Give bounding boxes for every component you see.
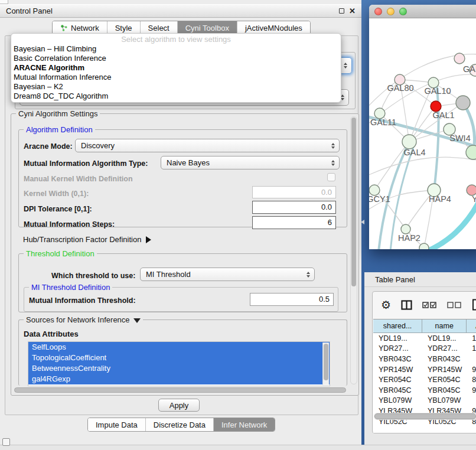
table-row[interactable]: YBR045CYBR045C9. (373, 385, 476, 396)
network-node[interactable] (454, 53, 465, 64)
gear-icon[interactable]: ⚙ (381, 298, 391, 312)
table-cell[interactable]: YDR27... (422, 344, 467, 354)
manual-kernel-width-checkbox[interactable] (327, 173, 335, 181)
tab-jactivemnodules[interactable]: jActiveMNodules (237, 21, 310, 34)
panel-splitter-collapse-icon[interactable] (361, 220, 364, 224)
attribute-item-selected[interactable]: gal4RGexp (28, 374, 330, 384)
dropdown-item[interactable]: Mutual Information Inference (11, 73, 341, 82)
network-node-label: SWI4 (449, 133, 470, 143)
expanded-down-triangle-icon[interactable] (133, 318, 141, 323)
tab-network[interactable]: Network (53, 21, 107, 34)
table-cell[interactable]: YER054C (373, 374, 422, 385)
table-row[interactable]: YPR145WYPR145W9. (373, 364, 476, 375)
tab-discretize-data[interactable]: Discretize Data (146, 418, 214, 431)
tab-style[interactable]: Style (107, 21, 141, 34)
column-header-name[interactable]: name (422, 319, 467, 332)
algorithm-definition-group: Algorithm Definition Aracne Mode: Discov… (18, 129, 347, 227)
attributes-scrollbar[interactable] (322, 343, 329, 385)
sources-group-title[interactable]: Sources for Network Inference (24, 315, 143, 324)
table-cell[interactable] (467, 354, 476, 364)
show-columns-checked-icon[interactable] (422, 302, 437, 308)
network-node[interactable] (401, 224, 410, 234)
restore-panel-icon[interactable] (2, 438, 10, 446)
kernel-width-field[interactable]: 0.0 (252, 186, 336, 198)
close-icon[interactable]: ✕ (349, 8, 356, 14)
hide-columns-unchecked-icon[interactable] (447, 302, 462, 308)
aracne-mode-combo[interactable]: Discovery (75, 139, 340, 152)
tab-impute-data[interactable]: Impute Data (88, 418, 146, 431)
mi-algorithm-type-combo[interactable]: Naive Bayes (161, 156, 340, 169)
dpi-tolerance-field[interactable]: 0.0 (252, 201, 336, 214)
combo-stepper-icon (331, 160, 335, 166)
table-cell[interactable]: YBR045C (422, 385, 467, 396)
table-row[interactable]: YDR27...YDR27...12 (373, 344, 476, 354)
settings-horizontal-scrollbar[interactable] (14, 387, 347, 393)
network-node-label: GAL80 (387, 83, 413, 93)
table-row[interactable]: YER054CYER054C8. (373, 374, 476, 385)
settings-vertical-scrollbar[interactable] (350, 116, 357, 384)
attribute-item-selected[interactable]: TopologicalCoefficient (28, 353, 330, 363)
split-columns-icon[interactable] (401, 300, 412, 310)
close-traffic-light-icon[interactable] (374, 8, 382, 15)
table-cell[interactable]: YBL079W (422, 396, 467, 406)
table-cell[interactable]: YBR043C (373, 354, 422, 364)
table-cell[interactable]: YBL079W (373, 396, 422, 406)
attribute-item-selected[interactable]: BetweennessCentrality (28, 363, 330, 374)
table-cell[interactable]: 9. (467, 385, 476, 396)
column-header-shared-name[interactable]: shared... (373, 319, 422, 332)
table-row[interactable]: YBL079WYBL079W (373, 396, 476, 406)
table-row[interactable]: YDL19...YDL19...13 (373, 333, 476, 344)
mi-threshold-field[interactable]: 0.5 (250, 293, 334, 306)
table-cell[interactable]: 13 (467, 333, 476, 344)
table-cell[interactable]: 12 (467, 344, 476, 354)
network-window-titlebar[interactable] (369, 5, 476, 18)
table-cell[interactable]: YDL19... (373, 333, 422, 344)
window-corner-sliver (0, 0, 8, 4)
network-node[interactable] (456, 96, 470, 110)
network-node-label: GAL10 (424, 86, 451, 96)
column-header-partial[interactable]: A (467, 319, 476, 332)
table-cell[interactable]: YBR043C (422, 354, 467, 364)
table-cell[interactable]: 9. (467, 364, 476, 375)
mi-steps-field[interactable]: 6 (252, 216, 336, 229)
tab-select[interactable]: Select (141, 21, 178, 34)
network-node[interactable] (402, 135, 416, 149)
network-node[interactable] (466, 145, 476, 159)
new-table-file-icon[interactable] (472, 299, 476, 311)
table-cell[interactable]: YPR145W (373, 364, 422, 375)
bottom-tabbar: Impute Data Discretize Data Infer Networ… (87, 418, 275, 432)
table-cell[interactable]: YER054C (422, 374, 467, 385)
dropdown-item[interactable]: Basic Correlation Inference (11, 54, 341, 63)
dropdown-item[interactable]: Dream8 DC_TDC Algorithm (11, 92, 341, 101)
collapsed-right-triangle-icon[interactable] (146, 236, 151, 243)
combo-stepper-icon (331, 143, 335, 149)
network-node[interactable] (419, 243, 429, 249)
table-cell[interactable]: YDL19... (422, 333, 467, 344)
dropdown-item[interactable]: Bayesian – Hill Climbing (11, 44, 341, 54)
attribute-item-selected[interactable]: SelfLoops (28, 342, 330, 353)
table-cell[interactable]: YBR045C (373, 385, 422, 396)
hub-tf-definition-toggle[interactable]: Hub/Transcription Factor Definition (23, 235, 151, 244)
table-cell[interactable]: 8. (467, 374, 476, 385)
table-row[interactable]: YBR043CYBR043C (373, 354, 476, 364)
network-node-label: GCY1 (369, 194, 390, 204)
network-edge[interactable] (426, 201, 476, 249)
table-cell[interactable] (467, 396, 476, 406)
which-threshold-combo[interactable]: MI Threshold (140, 268, 315, 281)
zoom-traffic-light-icon[interactable] (399, 8, 407, 15)
dropdown-item[interactable]: Bayesian – K2 (11, 82, 341, 92)
mi-threshold-label: Mutual Information Threshold: (29, 296, 136, 305)
network-canvas[interactable]: GALGAL80GAL10GAL1GAL11SWI4GAL4GCY1HAP4YH… (369, 18, 476, 249)
apply-button[interactable]: Apply (158, 399, 200, 412)
dropdown-item-selected[interactable]: ARACNE Algorithm (11, 63, 341, 73)
algorithm-definition-title: Algorithm Definition (24, 125, 95, 134)
table-horizontal-scrollbar[interactable] (374, 413, 476, 420)
network-edge[interactable] (434, 83, 438, 190)
minimize-traffic-light-icon[interactable] (387, 8, 395, 15)
tab-infer-network[interactable]: Infer Network (214, 418, 275, 431)
table-cell[interactable]: YPR145W (422, 364, 467, 375)
network-node-label: GAL11 (370, 118, 396, 127)
tab-cyni-toolbox[interactable]: Cyni Toolbox (178, 21, 237, 34)
table-cell[interactable]: YDR27... (373, 344, 422, 354)
float-window-icon[interactable] (339, 8, 344, 14)
